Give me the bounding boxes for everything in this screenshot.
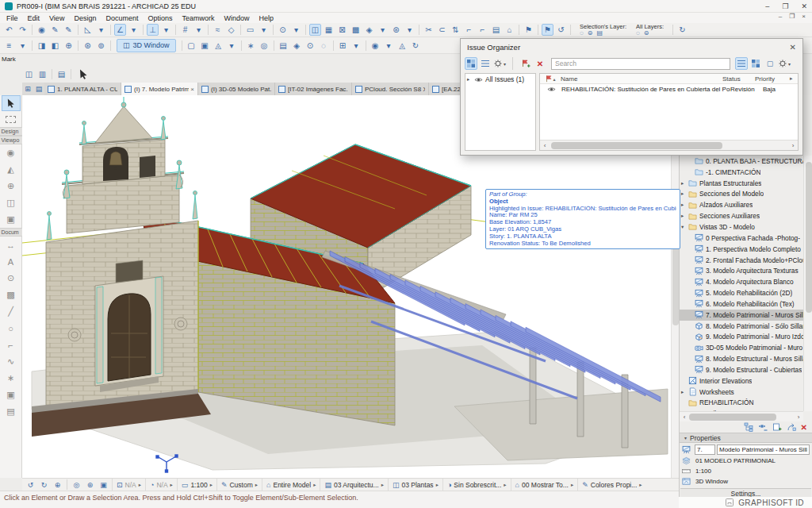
toolbar-icon[interactable]: ▩ <box>350 24 362 36</box>
3d-window-button[interactable]: ◫3D Window <box>117 39 176 52</box>
zoom-dropdown[interactable]: ⊡N/A▸ <box>112 479 145 491</box>
toolbar-icon[interactable]: ▾ <box>95 24 107 36</box>
toolbar-icon[interactable]: ◧ <box>49 40 61 52</box>
church-facade[interactable] <box>46 221 198 414</box>
graphic-override-dropdown[interactable]: ◑Sin Sobrescrit...▸ <box>442 479 511 491</box>
scroll-left-icon[interactable]: ‹ <box>540 142 550 149</box>
toolbar-icon[interactable]: ◈ <box>291 40 303 52</box>
toolbox-section-document[interactable]: Docum <box>0 228 22 237</box>
toolbar-icon[interactable]: ↻ <box>410 40 422 52</box>
menu-teamwork[interactable]: Teamwork <box>177 14 219 22</box>
issue-search-input[interactable] <box>551 58 730 70</box>
toolbar-icon[interactable]: ⊚ <box>95 40 107 52</box>
menu-edit[interactable]: Edit <box>23 14 45 22</box>
rotation-dropdown[interactable]: ◔N/A▸ <box>145 479 177 491</box>
toolbar-icon[interactable]: ◉ <box>370 40 381 52</box>
expander-icon[interactable]: ▸ <box>467 76 474 83</box>
document-tab[interactable]: 1. PLANTA ALTA - CUB... <box>44 83 121 95</box>
show-all-icon[interactable]: ◌ <box>636 30 640 37</box>
unlock-all-icon[interactable]: ⊜ <box>644 30 649 37</box>
expander-icon[interactable]: ▸ <box>681 190 688 197</box>
toolbar-icon[interactable]: ▤ <box>56 68 67 80</box>
menu-help[interactable]: Help <box>255 14 279 22</box>
pen-set-dropdown[interactable]: ✎Custom▸ <box>216 479 262 491</box>
toolbar-icon[interactable]: ⇅ <box>450 24 462 36</box>
renovation-filter-dropdown[interactable]: ⌂00 Mostrar To...▸ <box>511 479 578 491</box>
dialog-titlebar[interactable]: Issue Organizer ✕ <box>461 39 802 55</box>
toolbar-icon[interactable]: ○ <box>5 320 17 337</box>
navigator-item[interactable]: ▾Vistas 3D - Modelo <box>680 221 804 233</box>
toolbox-section-design[interactable]: Design <box>0 127 22 136</box>
toolbar-icon[interactable]: # <box>179 24 191 36</box>
navigator-item[interactable]: REHABILITACIÓN <box>680 398 804 409</box>
tree-settings-gear-icon[interactable]: ▾ <box>493 57 506 70</box>
menu-view[interactable]: View <box>44 14 69 22</box>
toolbar-icon[interactable]: ▾ <box>258 24 270 36</box>
mdi-minimize-icon[interactable]: – <box>779 13 782 20</box>
toolbar-icon[interactable]: ⊠ <box>336 24 348 36</box>
toolbar-icon[interactable]: ▾ <box>226 40 238 52</box>
dialog-close-icon[interactable]: ✕ <box>790 43 796 52</box>
toolbar-icon[interactable]: ▾ <box>350 40 362 52</box>
mdi-close-icon[interactable]: × <box>802 13 806 20</box>
layer-combination-dropdown[interactable]: ▤03 Arquitectu...▸ <box>320 479 387 491</box>
document-tab[interactable]: (I) 7. Modelo Patrimo...× <box>121 83 198 95</box>
toolbar-icon[interactable]: ≈ <box>212 24 224 36</box>
toolbar-icon[interactable]: ◨ <box>36 40 48 52</box>
pop-navigator-icon[interactable]: ⊞ <box>22 83 33 95</box>
horizontal-scrollbar[interactable]: ‹ › <box>540 140 798 150</box>
toolbar-icon[interactable]: ▢ <box>186 40 197 52</box>
thumbnail-view-icon[interactable] <box>749 57 762 70</box>
toolbar-icon[interactable]: ✂ <box>423 24 435 36</box>
column-header-name[interactable]: Name <box>561 75 722 83</box>
toolbar-icon[interactable]: ▾ <box>290 24 302 36</box>
expander-icon[interactable]: ▸ <box>681 213 688 219</box>
navigator-item[interactable]: 9. Modelo Estructural - Cubiertas <box>680 364 804 375</box>
toolbar-icon[interactable]: ▦ <box>323 24 335 36</box>
navigator-horizontal-scrollbar[interactable]: ‹ › <box>680 411 803 421</box>
view-id-field[interactable] <box>695 444 715 455</box>
toolbar-icon[interactable]: ◉ <box>5 144 17 161</box>
navigator-item[interactable]: 9. Modelo Patrimonial - Muro Izdo. Sól <box>680 332 804 343</box>
expander-icon[interactable]: ▾ <box>681 224 688 230</box>
navigator-vertical-scrollbar[interactable] <box>803 156 812 411</box>
toolbar-icon[interactable]: ▾ <box>383 40 395 52</box>
view-name-field[interactable] <box>717 444 810 455</box>
toolbar-icon[interactable]: ⌐ <box>5 337 17 353</box>
toolbar-icon[interactable]: ▤ <box>490 24 502 36</box>
toolbar-icon[interactable]: ▤ <box>5 403 17 420</box>
toolbar-icon[interactable]: ◌ <box>318 40 330 52</box>
navigator-item[interactable]: 0. PLANTA BAJA - ESTRUCTURA <box>680 156 804 167</box>
arrow-tool-icon[interactable] <box>79 69 89 79</box>
toolbar-icon[interactable]: ∠ <box>114 24 126 36</box>
list-settings-gear-icon[interactable]: ▾ <box>778 57 791 70</box>
chevron-right-icon[interactable]: ▸ <box>790 75 798 82</box>
expander-icon[interactable]: ▸ <box>681 202 688 208</box>
toolbar-icon[interactable]: ⊙ <box>277 24 289 36</box>
menu-options[interactable]: Options <box>143 14 177 22</box>
toolbar-icon[interactable]: ▤ <box>278 40 289 52</box>
flag-sort-icon[interactable]: ▴ <box>540 75 561 83</box>
column-header-status[interactable]: Status <box>722 75 755 83</box>
navigator-item[interactable]: ▸Secciones Auxiliares <box>680 210 804 221</box>
expander-icon[interactable]: ▸ <box>681 180 688 187</box>
toolbar-icon[interactable]: ⌐ <box>477 24 488 36</box>
arrow-tool[interactable] <box>2 95 21 111</box>
toolbar-icon[interactable]: ∗ <box>5 370 17 387</box>
tab-close-icon[interactable]: × <box>190 86 194 93</box>
menu-design[interactable]: Design <box>69 14 101 22</box>
new-issue-icon[interactable] <box>519 57 532 70</box>
delete-view-icon[interactable]: ✕ <box>801 423 807 432</box>
toolbar-icon[interactable]: ▾ <box>128 24 140 36</box>
navigator-item[interactable]: ▸Worksheets <box>680 387 804 398</box>
toolbar-icon[interactable]: ◭ <box>5 161 17 178</box>
hide-layer-icon[interactable]: ◌ <box>580 30 584 37</box>
toolbar-icon[interactable]: ◺ <box>82 24 94 36</box>
toolbar-icon[interactable]: ⊛ <box>82 40 94 52</box>
toolbar-icon[interactable]: ╱ <box>5 303 17 320</box>
toolbar-icon[interactable]: ↻ <box>38 479 50 491</box>
toolbar-icon[interactable]: ▣ <box>5 387 17 403</box>
update-view-icon[interactable] <box>787 422 796 432</box>
partial-structure-dropdown[interactable]: ⌂Entire Model▸ <box>262 479 320 491</box>
toolbar-icon[interactable]: ▾ <box>160 24 172 36</box>
